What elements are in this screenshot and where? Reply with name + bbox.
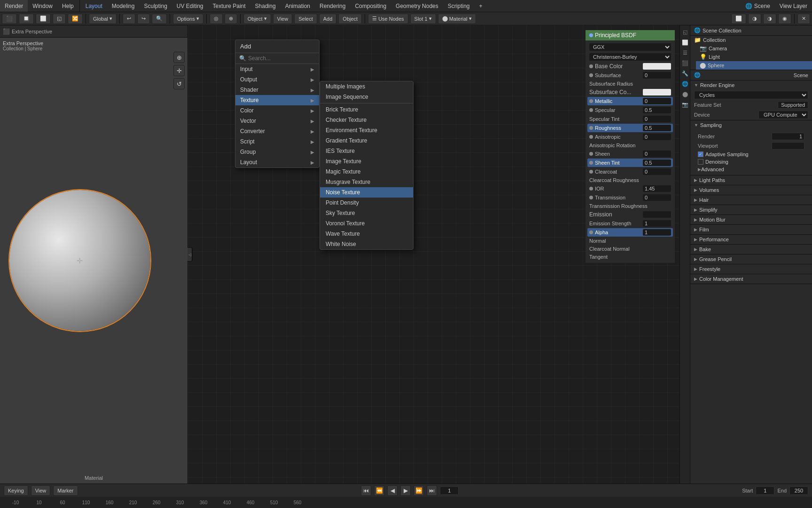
- panel-icon-4[interactable]: ⬛: [680, 58, 690, 68]
- submenu-image-texture[interactable]: Image Texture: [320, 156, 413, 167]
- panel-icon-6[interactable]: 🌐: [680, 79, 690, 88]
- mode-selector[interactable]: Global ▾: [89, 14, 117, 24]
- use-nodes-btn[interactable]: ☰ Use Nodes: [368, 14, 408, 24]
- render-engine-select[interactable]: Cycles: [694, 91, 808, 99]
- tool-cursor[interactable]: ⊕: [173, 52, 185, 63]
- menu-color[interactable]: Color ▶: [235, 105, 319, 116]
- next-frame-btn[interactable]: ⏩: [414, 485, 424, 496]
- panel-icon-1[interactable]: ◱: [680, 27, 690, 37]
- denoising-checkbox[interactable]: [698, 159, 703, 165]
- keying-btn[interactable]: Keying: [4, 485, 28, 496]
- anisotropic-input[interactable]: [643, 134, 671, 140]
- menu-layout[interactable]: Layout ▶: [235, 157, 319, 167]
- jump-end-btn[interactable]: ⏭: [427, 485, 437, 496]
- menu-texture[interactable]: Texture ▶: [235, 95, 319, 105]
- film-header[interactable]: ▶ Film: [690, 225, 812, 234]
- transmission-input[interactable]: [643, 194, 671, 201]
- tab-animation[interactable]: Animation: [281, 0, 315, 12]
- submenu-sky-texture[interactable]: Sky Texture: [320, 208, 413, 218]
- object-mode-selector[interactable]: Object ▾: [243, 14, 271, 24]
- gizmo-btn[interactable]: ✕: [797, 14, 810, 24]
- tool-rotate[interactable]: ↺: [173, 78, 185, 89]
- toolbar-icon-3[interactable]: ⬜: [36, 14, 51, 24]
- sheen-input[interactable]: [643, 151, 671, 157]
- simplify-header[interactable]: ▶ Simplify: [690, 205, 812, 214]
- slot-selector[interactable]: Slot 1 ▾: [410, 14, 436, 24]
- menu-input[interactable]: Input ▶: [235, 64, 319, 74]
- hair-header[interactable]: ▶ Hair: [690, 195, 812, 205]
- submenu-gradient-texture[interactable]: Gradient Texture: [320, 135, 413, 146]
- tab-uv-editing[interactable]: UV Editing: [172, 0, 208, 12]
- options-btn[interactable]: Options ▾: [173, 14, 203, 24]
- viewport-samples-input[interactable]: [772, 142, 804, 150]
- base-color-swatch[interactable]: [643, 63, 671, 70]
- outliner-item-camera[interactable]: 📷 Camera: [696, 44, 812, 53]
- emission-strength-input[interactable]: [643, 220, 671, 227]
- menu-group[interactable]: Group ▶: [235, 147, 319, 157]
- submenu-multiple-images[interactable]: Multiple Images: [320, 81, 413, 92]
- panel-icon-8[interactable]: 📷: [680, 100, 690, 109]
- tab-modeling[interactable]: Modeling: [107, 0, 140, 12]
- panel-icon-2[interactable]: ⬜: [680, 38, 690, 47]
- viewport-collapse-btn[interactable]: ◁: [187, 247, 192, 262]
- specular-tint-input[interactable]: [643, 116, 671, 122]
- play-reverse-btn[interactable]: ◀: [387, 485, 398, 496]
- start-frame-input[interactable]: 1: [756, 486, 774, 495]
- sheen-tint-input[interactable]: [643, 159, 671, 166]
- submenu-brick-texture[interactable]: Brick Texture: [320, 104, 413, 115]
- tab-texture-paint[interactable]: Texture Paint: [208, 0, 250, 12]
- light-paths-header[interactable]: ▶ Light Paths: [690, 175, 812, 185]
- tab-shading[interactable]: Shading: [250, 0, 281, 12]
- current-frame-input[interactable]: 1: [440, 486, 459, 495]
- panel-icon-5[interactable]: 🔧: [680, 69, 690, 78]
- volumes-header[interactable]: ▶ Volumes: [690, 185, 812, 195]
- jump-start-btn[interactable]: ⏮: [361, 485, 371, 496]
- clearcoat-input[interactable]: [643, 168, 671, 175]
- metallic-input[interactable]: [643, 98, 671, 104]
- submenu-voronoi-texture[interactable]: Voronoi Texture: [320, 218, 413, 229]
- timeline-view-btn[interactable]: View: [31, 485, 51, 496]
- subsurface-input[interactable]: [643, 72, 671, 79]
- adaptive-sampling-checkbox[interactable]: ✓: [698, 151, 703, 157]
- marker-btn[interactable]: Marker: [53, 485, 78, 496]
- view-btn[interactable]: View: [273, 14, 293, 24]
- node-editor-bg[interactable]: Add 🔍 Input ▶ Output ▶ Shader: [188, 25, 679, 484]
- submenu-ies-texture[interactable]: IES Texture: [320, 146, 413, 156]
- bake-header[interactable]: ▶ Bake: [690, 245, 812, 254]
- menu-window[interactable]: Window: [28, 0, 57, 12]
- submenu-noise-texture[interactable]: Noise Texture: [320, 187, 413, 198]
- end-frame-input[interactable]: 250: [789, 486, 808, 495]
- submenu-magic-texture[interactable]: Magic Texture: [320, 167, 413, 177]
- toolbar-icon-5[interactable]: 🔀: [68, 14, 83, 24]
- toolbar-icon-4[interactable]: ◱: [53, 14, 66, 24]
- object-btn[interactable]: Object: [338, 14, 362, 24]
- roughness-input[interactable]: [643, 125, 671, 131]
- toolbar-icon-8[interactable]: 🔍: [152, 14, 167, 24]
- transform-orientations[interactable]: ⊕: [225, 14, 237, 24]
- tab-geometry-nodes[interactable]: Geometry Nodes: [391, 0, 443, 12]
- tab-sculpting[interactable]: Sculpting: [139, 0, 172, 12]
- ior-input[interactable]: [643, 185, 671, 192]
- viewport-canvas[interactable]: Extra Perspective Collection | Sphere ⊕ …: [0, 38, 187, 484]
- menu-render[interactable]: Render: [0, 0, 28, 12]
- tool-move[interactable]: ✛: [173, 65, 185, 76]
- submenu-environment-texture[interactable]: Environment Texture: [320, 125, 413, 135]
- outliner-item-light[interactable]: 💡 Light: [696, 53, 812, 61]
- submenu-point-density[interactable]: Point Density: [320, 198, 413, 208]
- outliner-item-sphere[interactable]: ⬤ Sphere: [696, 61, 812, 70]
- panel-icon-3[interactable]: ☰: [680, 48, 690, 57]
- panel-icon-7[interactable]: ⬤: [680, 89, 690, 99]
- pivot-point[interactable]: ◎: [210, 14, 223, 24]
- viewport-shading-2[interactable]: ◑: [748, 14, 761, 24]
- search-input[interactable]: [248, 55, 315, 62]
- toolbar-icon-2[interactable]: 🔲: [19, 14, 34, 24]
- toolbar-icon-6[interactable]: ↩: [123, 14, 135, 24]
- menu-help[interactable]: Help: [57, 0, 78, 12]
- specular-input[interactable]: [643, 107, 671, 113]
- scene-selector[interactable]: 🌐 Scene: [741, 0, 774, 12]
- add-btn[interactable]: Add: [319, 14, 337, 24]
- play-btn[interactable]: ▶: [400, 485, 411, 496]
- material-selector[interactable]: ⬤ Material ▾: [438, 14, 476, 24]
- prev-frame-btn[interactable]: ⏪: [374, 485, 384, 496]
- submenu-image-sequence[interactable]: Image Sequence: [320, 92, 413, 102]
